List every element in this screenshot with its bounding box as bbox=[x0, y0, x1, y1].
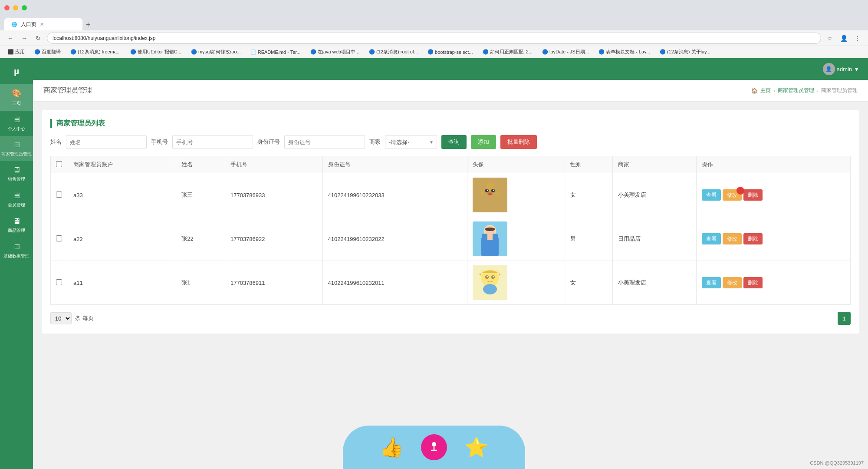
row-checkbox-cell bbox=[51, 261, 68, 305]
row-gender: 女 bbox=[565, 173, 613, 217]
bookmark-9[interactable]: 🔵 如何用正则匹配: 2... bbox=[479, 48, 536, 56]
name-filter-label: 姓名 bbox=[50, 138, 62, 146]
profile-icon: 🖥 bbox=[13, 115, 20, 124]
bookmark-baidu[interactable]: 🔵 百度翻译 bbox=[31, 48, 64, 56]
breadcrumb-home-icon: 🏠 bbox=[751, 88, 758, 94]
sidebar-item-base-data[interactable]: 🖥 基础数据管理 bbox=[0, 238, 33, 264]
add-button[interactable]: 添加 bbox=[471, 135, 496, 149]
delete-btn-3[interactable]: 删除 bbox=[743, 277, 763, 288]
row-gender: 男 bbox=[565, 217, 613, 261]
row-checkbox[interactable] bbox=[56, 279, 62, 285]
browser-top bbox=[0, 0, 868, 16]
delete-btn-2[interactable]: 删除 bbox=[743, 233, 763, 244]
sidebar-item-sales[interactable]: 🖥 销售管理 bbox=[0, 161, 33, 187]
sidebar-item-products[interactable]: 🖥 商品管理 bbox=[0, 212, 33, 238]
bookmark-apps[interactable]: ⬛ 应用 bbox=[4, 48, 28, 56]
sidebar-item-merchant-admin[interactable]: 🖥 商家管理员管理 bbox=[0, 136, 33, 161]
bookmark-10[interactable]: 🔵 layDate - JS日期... bbox=[539, 48, 592, 56]
table-row: a22 张22 17703786922 410224199610232022 bbox=[51, 217, 851, 261]
sidebar-item-profile[interactable]: 🖥 个人中心 bbox=[0, 111, 33, 136]
row-checkbox[interactable] bbox=[56, 235, 62, 241]
avatar-anime-svg bbox=[473, 265, 507, 300]
bookmark-btn[interactable]: ☆ bbox=[825, 33, 835, 43]
sales-icon: 🖥 bbox=[13, 165, 20, 175]
avatar-image bbox=[473, 265, 507, 300]
main-content: 👤 admin ▼ 商家管理员管理 🏠 主页 › 商家管理员管理 › 商家管理员… bbox=[33, 58, 868, 469]
search-button[interactable]: 查询 bbox=[441, 135, 467, 149]
svg-point-21 bbox=[483, 284, 497, 294]
share-icon[interactable] bbox=[421, 434, 447, 460]
bookmark-11[interactable]: 🔵 表单模块文档 - Lay... bbox=[595, 48, 654, 56]
back-btn[interactable]: ← bbox=[5, 33, 16, 43]
user-avatar: 👤 bbox=[823, 63, 835, 75]
address-bar[interactable] bbox=[47, 33, 821, 44]
merchant-select-wrap: -请选择- 小美理发店 日用品店 ▼ bbox=[385, 135, 437, 149]
row-gender: 女 bbox=[565, 261, 613, 305]
row-checkbox-cell bbox=[51, 173, 68, 217]
view-btn-3[interactable]: 查看 bbox=[702, 277, 721, 288]
user-info[interactable]: 👤 admin ▼ bbox=[823, 63, 859, 75]
pagination: 1 bbox=[838, 312, 851, 325]
th-phone: 手机号 bbox=[225, 156, 322, 173]
bookmark-5[interactable]: 📄 README.md - Ter... bbox=[247, 48, 304, 56]
per-page-select[interactable]: 10 20 50 bbox=[50, 312, 72, 324]
sidebar-item-home[interactable]: 🎨 主页 bbox=[0, 84, 33, 111]
csdn-watermark: CSDN @QQ3295391197 bbox=[810, 460, 864, 466]
view-btn-2[interactable]: 查看 bbox=[702, 233, 721, 244]
edit-btn-2[interactable]: 修改 bbox=[723, 233, 742, 244]
phone-filter-input[interactable] bbox=[172, 135, 253, 149]
row-actions: 查看 修改 删除 bbox=[697, 261, 851, 305]
bookmark-2[interactable]: 🔵 (12条消息) freema... bbox=[67, 48, 124, 56]
tab-close-btn[interactable]: ✕ bbox=[40, 22, 44, 27]
bookmark-8[interactable]: 🔵 bootstrap-select... bbox=[424, 48, 476, 56]
edit-btn-3[interactable]: 修改 bbox=[723, 277, 742, 288]
bookmark-4[interactable]: 🔵 mysql如何修改roo... bbox=[187, 48, 244, 56]
new-tab-btn[interactable]: + bbox=[82, 19, 94, 30]
th-avatar: 头像 bbox=[467, 156, 565, 173]
bookmark-7[interactable]: 🔵 (12条消息) root of... bbox=[365, 48, 421, 56]
row-checkbox-cell bbox=[51, 217, 68, 261]
like-icon[interactable]: 👍 bbox=[380, 436, 404, 459]
row-actions: 查看 修改 删除 bbox=[697, 173, 851, 217]
bookmark-6[interactable]: 🔵 在java web项目中... bbox=[307, 48, 363, 56]
select-all-checkbox[interactable] bbox=[56, 161, 62, 167]
view-btn-1[interactable]: 查看 bbox=[702, 189, 721, 201]
row-name: 张三 bbox=[176, 173, 225, 217]
svg-point-27 bbox=[432, 442, 436, 446]
user-profile-btn[interactable]: 👤 bbox=[838, 33, 849, 43]
breadcrumb-merchant-link[interactable]: 商家管理员管理 bbox=[778, 87, 814, 94]
phone-filter-label: 手机号 bbox=[151, 138, 168, 146]
row-avatar bbox=[467, 261, 565, 305]
breadcrumb: 🏠 主页 › 商家管理员管理 › 商家管理员管理 bbox=[751, 87, 858, 94]
name-filter-input[interactable] bbox=[66, 135, 147, 149]
merchant-admin-icon: 🖥 bbox=[13, 140, 20, 149]
bookmark-3[interactable]: 🔵 使用UEditor 报错C... bbox=[127, 48, 185, 56]
breadcrumb-sep2: › bbox=[817, 88, 819, 94]
page-btn-1[interactable]: 1 bbox=[838, 312, 851, 325]
svg-point-10 bbox=[488, 193, 492, 195]
avatar-image bbox=[473, 221, 507, 256]
delete-btn-1[interactable]: 删除 bbox=[743, 189, 763, 201]
svg-point-18 bbox=[485, 228, 495, 231]
row-checkbox[interactable] bbox=[56, 192, 62, 198]
row-merchant: 小美理发店 bbox=[613, 261, 697, 305]
svg-point-7 bbox=[487, 190, 488, 191]
menu-btn[interactable]: ⋮ bbox=[852, 33, 863, 43]
forward-btn[interactable]: → bbox=[19, 33, 30, 43]
per-page-label: 条 每页 bbox=[75, 314, 94, 322]
breadcrumb-current: 商家管理员管理 bbox=[821, 87, 858, 94]
refresh-btn[interactable]: ↻ bbox=[33, 33, 43, 43]
table-row: a11 张1 17703786911 410224199610232011 bbox=[51, 261, 851, 305]
bookmark-12[interactable]: 🔵 (12条消息) 关于lay... bbox=[656, 48, 714, 56]
merchant-filter-select[interactable]: -请选择- 小美理发店 日用品店 bbox=[385, 135, 437, 149]
star-icon[interactable]: ⭐ bbox=[464, 436, 488, 459]
action-btns: 查看 修改 删除 bbox=[702, 277, 845, 288]
breadcrumb-home-link[interactable]: 主页 bbox=[760, 87, 771, 94]
id-filter-input[interactable] bbox=[284, 135, 365, 149]
sidebar-item-members[interactable]: 🖥 会员管理 bbox=[0, 187, 33, 212]
active-tab[interactable]: 🌐 入口页 ✕ bbox=[4, 18, 82, 30]
avatar-dog-svg bbox=[473, 178, 507, 212]
filter-row: 姓名 手机号 身份证号 商家 -请选择- 小美理发店 日用品店 ▼ 查询 添加 bbox=[50, 135, 851, 149]
row-idcard: 410224199610232022 bbox=[322, 217, 467, 261]
batch-delete-button[interactable]: 批量删除 bbox=[500, 135, 537, 149]
